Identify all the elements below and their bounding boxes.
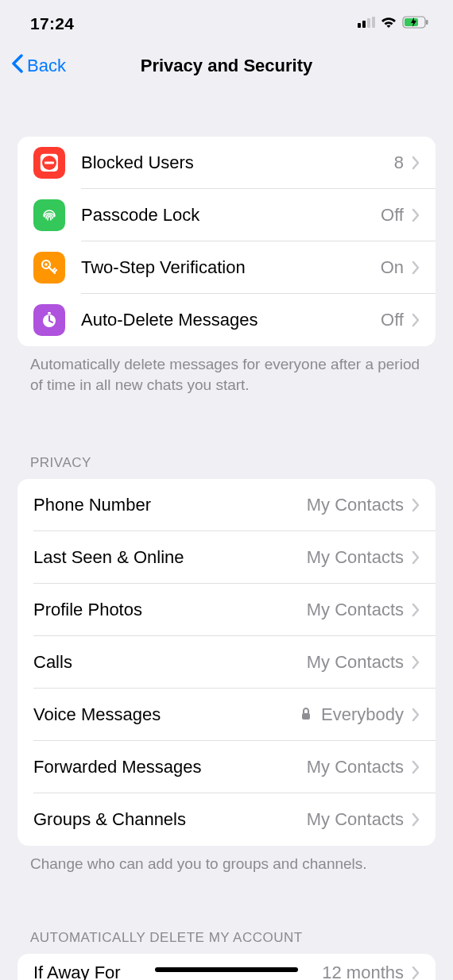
status-bar: 17:24	[0, 0, 453, 43]
svg-rect-13	[302, 713, 310, 720]
chevron-right-icon	[412, 966, 420, 980]
row-label: Blocked Users	[81, 152, 194, 173]
security-section: Blocked Users 8 Passcode Lock Off	[17, 137, 436, 346]
row-blocked-users[interactable]: Blocked Users 8	[17, 137, 436, 189]
svg-rect-12	[48, 312, 51, 314]
row-label: Voice Messages	[33, 704, 161, 725]
battery-icon	[402, 16, 429, 32]
row-label: Profile Photos	[33, 600, 142, 620]
status-time: 17:24	[30, 14, 74, 33]
svg-rect-6	[426, 20, 428, 25]
chevron-left-icon	[11, 54, 24, 78]
svg-point-10	[45, 263, 48, 266]
row-value: 12 months	[322, 963, 404, 980]
row-calls[interactable]: Calls My Contacts	[17, 636, 436, 689]
row-label: Phone Number	[33, 495, 151, 515]
chevron-right-icon	[412, 603, 420, 617]
svg-rect-8	[45, 162, 54, 164]
row-phone-number[interactable]: Phone Number My Contacts	[17, 479, 436, 531]
row-last-seen-online[interactable]: Last Seen & Online My Contacts	[17, 531, 436, 584]
svg-rect-1	[362, 21, 366, 28]
row-label: Passcode Lock	[81, 205, 199, 226]
wifi-icon	[380, 16, 397, 32]
key-icon	[33, 252, 65, 284]
row-label: Auto-Delete Messages	[81, 310, 258, 330]
svg-rect-3	[372, 17, 375, 28]
row-value: 8	[394, 152, 404, 173]
row-label: Forwarded Messages	[33, 757, 202, 777]
back-label: Back	[27, 56, 66, 76]
chevron-right-icon	[412, 498, 420, 512]
row-value: My Contacts	[307, 757, 404, 777]
row-label: Two-Step Verification	[81, 257, 246, 278]
chevron-right-icon	[412, 260, 420, 275]
row-label: Last Seen & Online	[33, 547, 184, 568]
row-value: My Contacts	[307, 809, 404, 830]
chevron-right-icon	[412, 156, 420, 170]
fingerprint-icon	[33, 199, 65, 231]
lock-icon	[300, 708, 312, 720]
chevron-right-icon	[412, 655, 420, 669]
privacy-header: PRIVACY	[0, 455, 453, 479]
privacy-section: Phone Number My Contacts Last Seen & Onl…	[17, 479, 436, 846]
page-title: Privacy and Security	[141, 56, 312, 76]
row-label: Groups & Channels	[33, 809, 186, 830]
back-button[interactable]: Back	[11, 54, 66, 78]
svg-rect-5	[405, 18, 418, 26]
chevron-right-icon	[412, 812, 420, 827]
row-two-step-verification[interactable]: Two-Step Verification On	[17, 241, 436, 294]
chevron-right-icon	[412, 208, 420, 222]
svg-rect-2	[367, 18, 370, 28]
auto-delete-header: AUTOMATICALLY DELETE MY ACCOUNT	[0, 930, 453, 954]
chevron-right-icon	[412, 313, 420, 327]
chevron-right-icon	[412, 760, 420, 774]
row-value: Everybody	[300, 704, 404, 725]
row-value: Off	[381, 310, 404, 330]
timer-icon	[33, 304, 65, 336]
row-profile-photos[interactable]: Profile Photos My Contacts	[17, 584, 436, 636]
nav-bar: Back Privacy and Security	[0, 43, 453, 89]
row-value: My Contacts	[307, 495, 404, 515]
row-voice-messages[interactable]: Voice Messages Everybody	[17, 689, 436, 741]
row-forwarded-messages[interactable]: Forwarded Messages My Contacts	[17, 741, 436, 793]
row-label: Calls	[33, 652, 72, 673]
row-passcode-lock[interactable]: Passcode Lock Off	[17, 189, 436, 241]
blocked-icon	[33, 147, 65, 179]
row-value: On	[381, 257, 404, 278]
row-value: My Contacts	[307, 547, 404, 568]
chevron-right-icon	[412, 708, 420, 722]
chevron-right-icon	[412, 550, 420, 565]
row-label: If Away For	[33, 963, 121, 980]
security-footer: Automatically delete messages for everyo…	[0, 346, 453, 395]
cellular-icon	[358, 17, 375, 31]
svg-rect-0	[358, 23, 361, 28]
row-groups-channels[interactable]: Groups & Channels My Contacts	[17, 793, 436, 846]
status-icons	[358, 16, 429, 32]
row-value: My Contacts	[307, 652, 404, 673]
row-auto-delete-messages[interactable]: Auto-Delete Messages Off	[17, 294, 436, 346]
row-value: Off	[381, 205, 404, 226]
home-indicator[interactable]	[155, 967, 298, 972]
row-value: My Contacts	[307, 600, 404, 620]
privacy-footer: Change who can add you to groups and cha…	[0, 846, 453, 874]
